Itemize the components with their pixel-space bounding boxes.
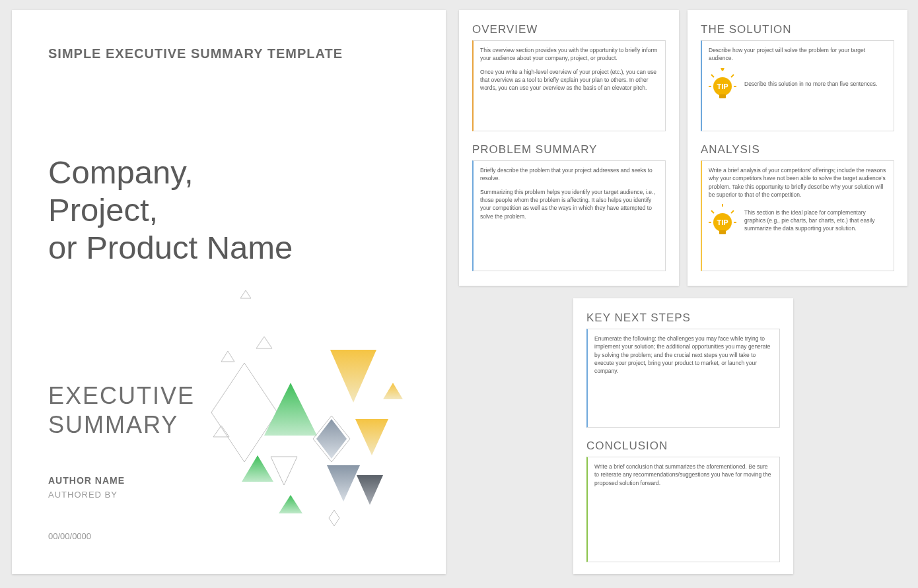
- solution-tip-row: TIP Describe this solution in no more th…: [709, 68, 887, 101]
- svg-line-29: [711, 211, 714, 213]
- svg-marker-16: [383, 383, 403, 399]
- keynext-heading: KEY NEXT STEPS: [586, 311, 780, 325]
- overview-box: This overview section provides you with …: [472, 40, 666, 131]
- problem-text: Briefly describe the problem that your p…: [480, 166, 658, 183]
- analysis-tip-row: TIP This section is the ideal place for …: [709, 204, 887, 237]
- analysis-section: ANALYSIS Write a brief analysis of your …: [701, 143, 894, 271]
- svg-marker-5: [330, 350, 376, 403]
- solution-text: Describe how your project will solve the…: [709, 46, 887, 63]
- svg-marker-14: [357, 475, 383, 505]
- main-title: Company, Project, or Product Name: [48, 154, 409, 266]
- svg-marker-1: [256, 337, 272, 348]
- svg-rect-18: [719, 94, 726, 98]
- overview-text: Once you write a high-level overview of …: [480, 68, 658, 92]
- conclusion-text: Write a brief conclusion that summarizes…: [594, 463, 773, 487]
- overview-section: OVERVIEW This overview section provides …: [472, 23, 666, 131]
- overview-text: This overview section provides you with …: [480, 46, 658, 63]
- analysis-text: Write a brief analysis of your competito…: [709, 166, 887, 199]
- solution-tip-text: Describe this solution in no more than f…: [744, 80, 887, 88]
- keynext-box: Enumerate the following: the challenges …: [586, 329, 780, 428]
- overview-heading: OVERVIEW: [472, 23, 666, 36]
- svg-marker-7: [264, 383, 317, 436]
- analysis-heading: ANALYSIS: [701, 143, 894, 156]
- svg-marker-13: [327, 465, 360, 502]
- problem-heading: PROBLEM SUMMARY: [472, 143, 666, 156]
- conclusion-section: CONCLUSION Write a brief conclusion that…: [586, 440, 780, 562]
- conclusion-box: Write a brief conclusion that summarizes…: [586, 457, 780, 562]
- cover-page: SIMPLE EXECUTIVE SUMMARY TEMPLATE Compan…: [12, 10, 446, 574]
- solution-heading: THE SOLUTION: [701, 23, 894, 36]
- keynext-text: Enumerate the following: the challenges …: [594, 335, 773, 376]
- triangles-art-icon: [205, 284, 429, 535]
- analysis-tip-text: This section is the ideal place for comp…: [744, 209, 887, 233]
- tip-lightbulb-icon: TIP: [709, 204, 736, 237]
- svg-marker-12: [271, 457, 297, 485]
- keynext-section: KEY NEXT STEPS Enumerate the following: …: [586, 311, 780, 428]
- solution-section: THE SOLUTION Describe how your project w…: [701, 23, 894, 131]
- svg-line-22: [731, 75, 734, 77]
- svg-marker-10: [355, 419, 388, 455]
- svg-marker-2: [221, 351, 234, 362]
- analysis-box: Write a brief analysis of your competito…: [701, 160, 894, 271]
- main-title-line: or Product Name: [48, 229, 409, 267]
- svg-rect-25: [719, 230, 726, 234]
- svg-marker-4: [329, 510, 339, 526]
- page-overview-problem: OVERVIEW This overview section provides …: [459, 10, 679, 286]
- template-title: SIMPLE EXECUTIVE SUMMARY TEMPLATE: [48, 46, 409, 61]
- svg-line-30: [731, 211, 734, 213]
- problem-box: Briefly describe the problem that your p…: [472, 160, 666, 271]
- problem-text: Summarizing this problem helps you ident…: [480, 188, 658, 220]
- svg-marker-6: [211, 363, 277, 462]
- svg-text:TIP: TIP: [717, 82, 728, 90]
- conclusion-heading: CONCLUSION: [586, 440, 780, 453]
- tip-lightbulb-icon: TIP: [709, 68, 736, 101]
- solution-box: Describe how your project will solve the…: [701, 40, 894, 131]
- page-solution-analysis: THE SOLUTION Describe how your project w…: [688, 10, 907, 286]
- page-keynext-conclusion: KEY NEXT STEPS Enumerate the following: …: [573, 298, 793, 574]
- svg-marker-15: [279, 495, 302, 513]
- main-title-line: Company,: [48, 154, 409, 191]
- main-title-line: Project,: [48, 191, 409, 229]
- problem-section: PROBLEM SUMMARY Briefly describe the pro…: [472, 143, 666, 271]
- svg-marker-0: [240, 290, 251, 298]
- svg-line-21: [711, 75, 714, 77]
- svg-marker-9: [316, 419, 347, 459]
- svg-text:TIP: TIP: [717, 218, 728, 226]
